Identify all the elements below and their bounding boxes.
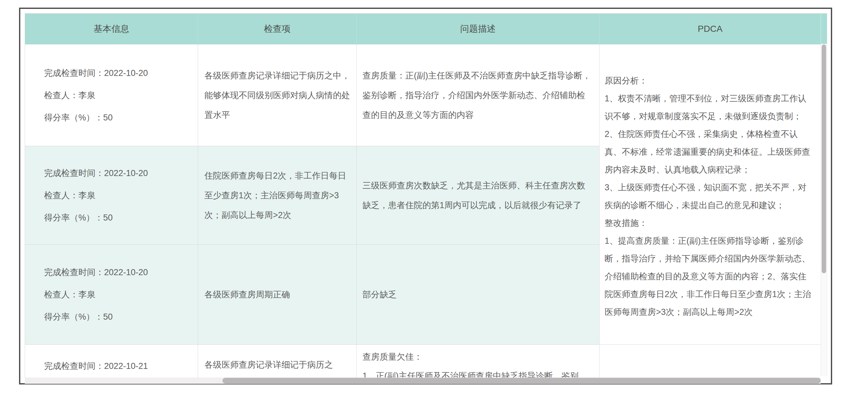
- cell-check-item: 各级医师查房记录详细记于病历之中，能够体现不同级别医师对病人病情的处置水平: [198, 45, 357, 146]
- basic-info-line: 完成检查时间：2022-10-20: [44, 261, 194, 283]
- table-row: 完成检查时间：2022-10-21 各级医师查房记录详细记于病历之 查房质量欠佳…: [25, 345, 821, 378]
- basic-info-line: 完成检查时间：2022-10-20: [44, 62, 194, 84]
- cell-check-item: 各级医师查房记录详细记于病历之: [198, 345, 357, 378]
- cell-problem-desc: 查房质量欠佳： 1、正(副)主任医师及不治医师查房中缺乏指导诊断，鉴别: [357, 345, 599, 378]
- basic-info-line: 得分率（%）：50: [44, 206, 194, 229]
- cell-problem-desc: 查房质量：正(副)主任医师及不治医师查房中缺乏指导诊断，鉴别诊断，指导治疗，介绍…: [357, 45, 599, 146]
- pdca-line: 3、上级医师责任心不强，知识面不宽，把关不严，对疾病的诊断不细心，未提出自己的意…: [604, 178, 814, 214]
- header-basic-info: 基本信息: [25, 14, 198, 45]
- basic-info-line: 得分率（%）：50: [44, 306, 194, 328]
- cell-basic-info: 完成检查时间：2022-10-21: [25, 345, 198, 378]
- cell-check-item: 各级医师查房周期正确: [198, 245, 357, 345]
- cell-problem-desc: 三级医师查房次数缺乏，尤其是主治医师、科主任查房次数缺乏，患者住院的第1周内可以…: [357, 146, 599, 245]
- cell-basic-info: 完成检查时间：2022-10-20 检查人：李泉 得分率（%）：50: [25, 45, 198, 146]
- basic-info-line: 得分率（%）：50: [44, 107, 194, 129]
- header-check-item: 检查项: [198, 14, 357, 45]
- cell-basic-info: 完成检查时间：2022-10-20 检查人：李泉 得分率（%）：50: [25, 146, 198, 245]
- horizontal-scrollbar-thumb[interactable]: [222, 378, 821, 384]
- basic-info-line: 完成检查时间：2022-10-20: [44, 162, 194, 184]
- basic-info-line: 检查人：李泉: [44, 184, 194, 206]
- header-scrollbar-stub: [821, 13, 827, 44]
- vertical-scrollbar[interactable]: [821, 44, 827, 376]
- basic-info-line: 完成检查时间：2022-10-21: [44, 355, 194, 377]
- pdca-line: 2、住院医师责任心不强，采集病史，体格检查不认真、不标准，经常遗漏重要的病史和体…: [604, 125, 814, 178]
- vertical-scrollbar-thumb[interactable]: [822, 45, 826, 273]
- cell-problem-desc: 部分缺乏: [357, 245, 599, 345]
- cell-basic-info: 完成检查时间：2022-10-20 检查人：李泉 得分率（%）：50: [25, 245, 198, 345]
- table-scroll-viewport: 基本信息 检查项 问题描述 PDCA 完成检查时间：2022-10-20 检查人…: [25, 13, 821, 377]
- header-problem-desc: 问题描述: [357, 14, 599, 45]
- basic-info-line: 检查人：李泉: [44, 84, 194, 107]
- problem-line: 查房质量欠佳：: [363, 347, 593, 366]
- pdca-line: 整改措施：: [604, 214, 814, 232]
- table-row: 完成检查时间：2022-10-20 检查人：李泉 得分率（%）：50 各级医师查…: [25, 45, 821, 146]
- problem-line: 1、正(副)主任医师及不治医师查房中缺乏指导诊断，鉴别: [363, 366, 593, 377]
- basic-info-line: 检查人：李泉: [44, 283, 194, 306]
- pdca-line: 1、权责不清晰，管理不到位，对三级医师查房工作认识不够，对规章制度落实不足，未做…: [604, 90, 814, 125]
- pdca-line: 1、提高查房质量：正(副)主任医师指导诊断，鉴别诊断，指导治疗，并给下属医师介绍…: [604, 232, 814, 321]
- cell-check-item: 住院医师查房每日2次，非工作日每日至少查房1次；主治医师每周查房>3次；副高以上…: [198, 146, 357, 245]
- cell-pdca: 原因分析： 1、权责不清晰，管理不到位，对三级医师查房工作认识不够，对规章制度落…: [599, 45, 821, 345]
- horizontal-scrollbar[interactable]: [25, 377, 821, 384]
- header-row: 基本信息 检查项 问题描述 PDCA: [25, 14, 821, 45]
- app-window: 基本信息 检查项 问题描述 PDCA 完成检查时间：2022-10-20 检查人…: [19, 8, 832, 385]
- inspection-table: 基本信息 检查项 问题描述 PDCA 完成检查时间：2022-10-20 检查人…: [25, 13, 821, 377]
- cell-pdca-empty: [599, 345, 821, 378]
- header-pdca: PDCA: [599, 14, 821, 45]
- pdca-line: 原因分析：: [604, 72, 814, 90]
